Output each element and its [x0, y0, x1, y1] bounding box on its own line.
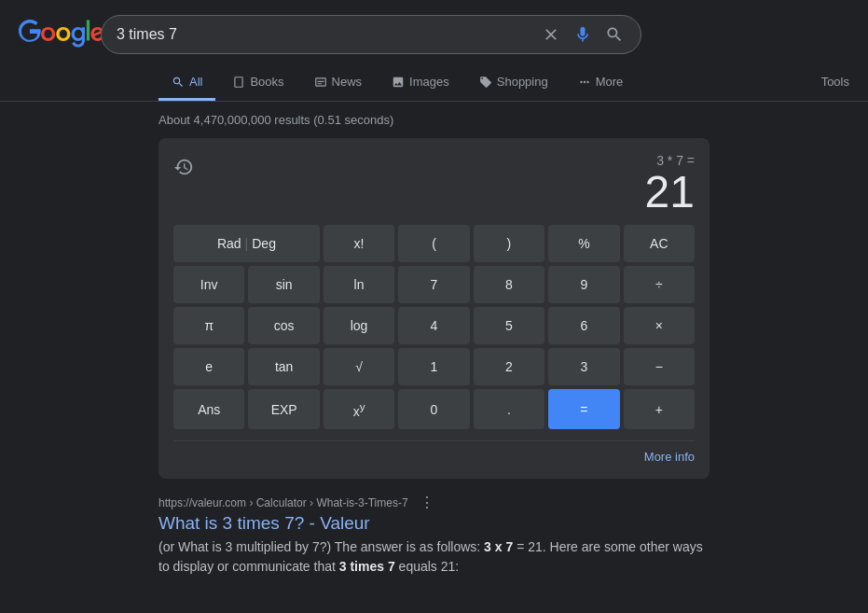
image-icon — [392, 76, 405, 89]
result-snippet-bold1: 3 x 7 — [484, 539, 513, 554]
tab-images-label: Images — [409, 75, 449, 89]
search-input[interactable]: 3 times 7 — [117, 26, 532, 43]
calc-btn-0[interactable]: 0 — [398, 389, 469, 430]
tab-news-label: News — [332, 75, 363, 89]
newspaper-icon — [314, 76, 327, 89]
search-bar: 3 times 7 — [101, 15, 641, 54]
clear-search-button[interactable] — [540, 23, 562, 46]
result-options-button[interactable]: ⋮ — [416, 494, 438, 511]
calc-btn-sin[interactable]: sin — [248, 266, 319, 303]
search-button[interactable] — [603, 23, 626, 46]
calc-separator — [173, 440, 695, 441]
calc-btn-inv[interactable]: Inv — [173, 266, 244, 303]
calc-expression: 3 * 7 = — [645, 153, 695, 168]
calc-btn-1[interactable]: 1 — [398, 348, 469, 385]
calc-display: 3 * 7 = 21 — [645, 153, 695, 217]
calc-btn-equals[interactable]: = — [548, 389, 619, 430]
tab-more[interactable]: More — [565, 65, 637, 101]
calc-buttons: Rad | Deg x! ( ) % AC Inv sin ln 7 8 9 ÷… — [173, 225, 695, 430]
more-info-container: More info — [173, 449, 695, 464]
search-icons — [540, 23, 626, 46]
calc-btn-3[interactable]: 3 — [548, 348, 619, 385]
calc-btn-percent[interactable]: % — [548, 225, 619, 262]
tab-news[interactable]: News — [301, 65, 376, 101]
calc-btn-9[interactable]: 9 — [548, 266, 619, 303]
tab-shopping[interactable]: Shopping — [466, 65, 561, 101]
calc-btn-pi[interactable]: π — [173, 307, 244, 344]
book-icon — [232, 76, 245, 89]
search-result: https://valeur.com › Calculator › What-i… — [158, 494, 710, 577]
tab-all[interactable]: All — [158, 65, 215, 101]
more-icon — [578, 76, 591, 89]
calc-btn-8[interactable]: 8 — [474, 266, 544, 303]
calc-btn-4[interactable]: 4 — [398, 307, 469, 344]
search-icon — [172, 76, 185, 89]
calc-btn-6[interactable]: 6 — [548, 307, 619, 344]
results-container: About 4,470,000,000 results (0.51 second… — [0, 102, 868, 577]
calc-btn-7[interactable]: 7 — [398, 266, 469, 303]
calc-btn-e[interactable]: e — [173, 348, 244, 385]
result-url-row: https://valeur.com › Calculator › What-i… — [158, 494, 710, 511]
calc-btn-ans[interactable]: Ans — [173, 389, 244, 430]
calc-btn-add[interactable]: + — [624, 389, 695, 430]
calc-btn-subtract[interactable]: − — [624, 348, 695, 385]
calc-btn-2[interactable]: 2 — [474, 348, 544, 385]
tab-tools[interactable]: Tools — [808, 65, 868, 101]
tab-books-label: Books — [250, 75, 283, 89]
tab-tools-label: Tools — [821, 75, 849, 89]
calc-btn-open-paren[interactable]: ( — [398, 225, 469, 262]
tab-all-label: All — [189, 75, 202, 89]
calc-header: 3 * 7 = 21 — [173, 153, 695, 217]
calc-btn-factorial[interactable]: x! — [324, 225, 394, 262]
more-info-link[interactable]: More info — [644, 450, 695, 464]
calc-btn-close-paren[interactable]: ) — [474, 225, 544, 262]
result-title[interactable]: What is 3 times 7? - Valeur — [158, 513, 710, 534]
result-snippet-bold2: 3 times 7 — [339, 559, 395, 574]
voice-search-button[interactable] — [572, 23, 594, 46]
calc-btn-multiply[interactable]: × — [624, 307, 695, 344]
result-url: https://valeur.com › Calculator › What-i… — [158, 496, 408, 509]
calc-btn-rad-deg[interactable]: Rad | Deg — [173, 225, 320, 262]
calc-result: 21 — [645, 168, 695, 217]
results-count: About 4,470,000,000 results (0.51 second… — [158, 113, 710, 127]
history-icon[interactable] — [173, 157, 194, 180]
calc-btn-tan[interactable]: tan — [248, 348, 319, 385]
tab-more-label: More — [596, 75, 624, 89]
header: 3 times 7 — [0, 0, 868, 54]
microphone-icon — [573, 25, 592, 44]
tab-books[interactable]: Books — [219, 65, 296, 101]
result-snippet: (or What is 3 multiplied by 7?) The answ… — [158, 537, 710, 577]
calc-btn-decimal[interactable]: . — [474, 389, 544, 430]
google-logo — [19, 17, 86, 53]
calc-btn-power[interactable]: xy — [324, 389, 394, 430]
calculator-widget: 3 * 7 = 21 Rad | Deg x! ( ) % AC Inv sin… — [158, 138, 710, 479]
nav-tabs: All Books News Images Shopping More Tool… — [0, 58, 868, 102]
calc-btn-5[interactable]: 5 — [474, 307, 544, 344]
calc-btn-ln[interactable]: ln — [324, 266, 394, 303]
tab-images[interactable]: Images — [379, 65, 462, 101]
calc-btn-log[interactable]: log — [324, 307, 394, 344]
tag-icon — [479, 76, 492, 89]
tab-shopping-label: Shopping — [497, 75, 548, 89]
calc-btn-divide[interactable]: ÷ — [624, 266, 695, 303]
calc-btn-ac[interactable]: AC — [624, 225, 695, 262]
close-icon — [542, 25, 560, 44]
search-icon — [605, 25, 624, 44]
calc-btn-exp[interactable]: EXP — [248, 389, 319, 430]
calc-btn-sqrt[interactable]: √ — [324, 348, 394, 385]
calc-btn-cos[interactable]: cos — [248, 307, 319, 344]
